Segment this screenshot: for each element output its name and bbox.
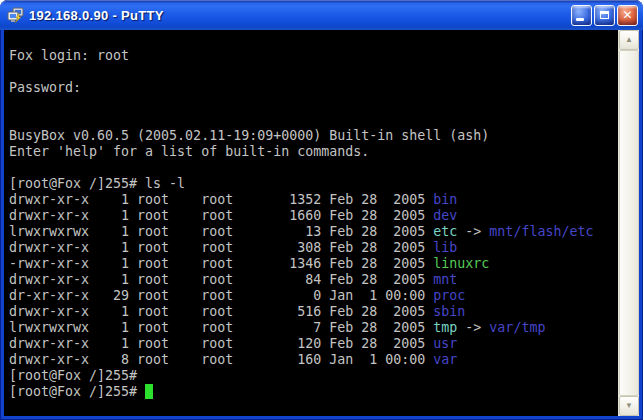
window-controls: ✕ [571,5,638,26]
minimize-icon [576,18,584,21]
terminal-text-segment: lrwxrwxrwx 1 root root 7 Feb 28 2005 [9,320,433,335]
close-button[interactable]: ✕ [617,5,638,26]
terminal-line: drwxr-xr-x 1 root root 1660 Feb 28 2005 … [9,208,618,224]
terminal-line [9,64,618,80]
terminal-line: drwxr-xr-x 8 root root 160 Jan 1 00:00 v… [9,352,618,368]
terminal-line: -rwxr-xr-x 1 root root 1346 Feb 28 2005 … [9,256,618,272]
terminal-line: drwxr-xr-x 1 root root 516 Feb 28 2005 s… [9,304,618,320]
terminal-text-segment: bin [433,192,457,207]
terminal-line: Fox login: root [9,48,618,64]
terminal-text-segment: drwxr-xr-x 1 root root 1660 Feb 28 2005 [9,208,433,223]
terminal-line [9,96,618,112]
scrollbar-thumb[interactable] [619,50,639,396]
close-icon: ✕ [622,9,632,21]
terminal-text-segment: Enter 'help' for a list of built-in comm… [9,144,369,159]
terminal-text-segment: [root@Fox /]255# [9,368,137,383]
terminal-text-segment: [root@Fox /]255# [9,384,145,399]
terminal-line: drwxr-xr-x 1 root root 120 Feb 28 2005 u… [9,336,618,352]
terminal-text-segment: var [433,352,457,367]
terminal-line: lrwxrwxrwx 1 root root 13 Feb 28 2005 et… [9,224,618,240]
terminal-line: [root@Fox /]255# [9,368,618,384]
terminal-text-segment: linuxrc [433,256,489,271]
terminal-text-segment: var/tmp [489,320,545,335]
maximize-button[interactable] [594,5,615,26]
terminal-text-segment: -> [457,320,489,335]
terminal-text-segment: proc [433,288,465,303]
terminal-line: [root@Fox /]255# [9,384,618,400]
terminal-text-segment: lib [433,240,457,255]
putty-window: 192.168.0.90 - PuTTY ✕ Fox login: root P… [0,0,643,420]
terminal-text-segment: drwxr-xr-x 8 root root 160 Jan 1 00:00 [9,352,433,367]
scroll-down-button[interactable]: ▼ [619,396,639,416]
terminal-text-segment: usr [433,336,457,351]
scroll-up-icon: ▲ [625,36,633,44]
terminal-line: Password: [9,80,618,96]
terminal-line: BusyBox v0.60.5 (2005.02.11-19:09+0000) … [9,128,618,144]
terminal-text-segment: drwxr-xr-x 1 root root 516 Feb 28 2005 [9,304,433,319]
terminal-text-segment: [root@Fox /]255# ls -l [9,176,185,191]
terminal-line [9,112,618,128]
terminal-text-segment: drwxr-xr-x 1 root root 1352 Feb 28 2005 [9,192,433,207]
terminal-text-segment: -rwxr-xr-x 1 root root 1346 Feb 28 2005 [9,256,433,271]
terminal-cursor [145,384,153,399]
terminal-line: [root@Fox /]255# ls -l [9,176,618,192]
terminal-line: lrwxrwxrwx 1 root root 7 Feb 28 2005 tmp… [9,320,618,336]
terminal-text-segment: drwxr-xr-x 1 root root 84 Feb 28 2005 [9,272,433,287]
terminal-text-segment: dev [433,208,457,223]
terminal-text-segment: etc [433,224,457,239]
window-title: 192.168.0.90 - PuTTY [29,8,571,23]
terminal-text-segment: mnt [433,272,457,287]
client-area: Fox login: root Password: BusyBox v0.60.… [4,30,639,416]
terminal-text-segment: Password: [9,80,81,95]
terminal-text-segment: lrwxrwxrwx 1 root root 13 Feb 28 2005 [9,224,433,239]
titlebar[interactable]: 192.168.0.90 - PuTTY ✕ [0,0,643,30]
minimize-button[interactable] [571,5,592,26]
terminal-text-segment: sbin [433,304,465,319]
scroll-down-icon: ▼ [625,402,633,410]
terminal-line [9,32,618,48]
terminal-text-segment: dr-xr-xr-x 29 root root 0 Jan 1 00:00 [9,288,433,303]
terminal-text-segment: drwxr-xr-x 1 root root 308 Feb 28 2005 [9,240,433,255]
terminal-line [9,160,618,176]
scrollbar[interactable]: ▲ ▼ [618,30,639,416]
maximize-icon [600,11,609,19]
putty-icon[interactable] [7,7,25,23]
terminal-screen[interactable]: Fox login: root Password: BusyBox v0.60.… [4,30,618,416]
terminal-line: dr-xr-xr-x 29 root root 0 Jan 1 00:00 pr… [9,288,618,304]
terminal-text-segment: mnt/flash/etc [489,224,593,239]
terminal-text-segment: tmp [433,320,457,335]
terminal-text-segment: BusyBox v0.60.5 (2005.02.11-19:09+0000) … [9,128,489,143]
terminal-text-segment: -> [457,224,489,239]
terminal-line: drwxr-xr-x 1 root root 308 Feb 28 2005 l… [9,240,618,256]
terminal-line: drwxr-xr-x 1 root root 84 Feb 28 2005 mn… [9,272,618,288]
terminal-line: drwxr-xr-x 1 root root 1352 Feb 28 2005 … [9,192,618,208]
terminal-text-segment: drwxr-xr-x 1 root root 120 Feb 28 2005 [9,336,433,351]
terminal-line: Enter 'help' for a list of built-in comm… [9,144,618,160]
terminal-text-segment: Fox login: root [9,48,129,63]
scroll-up-button[interactable]: ▲ [619,30,639,50]
